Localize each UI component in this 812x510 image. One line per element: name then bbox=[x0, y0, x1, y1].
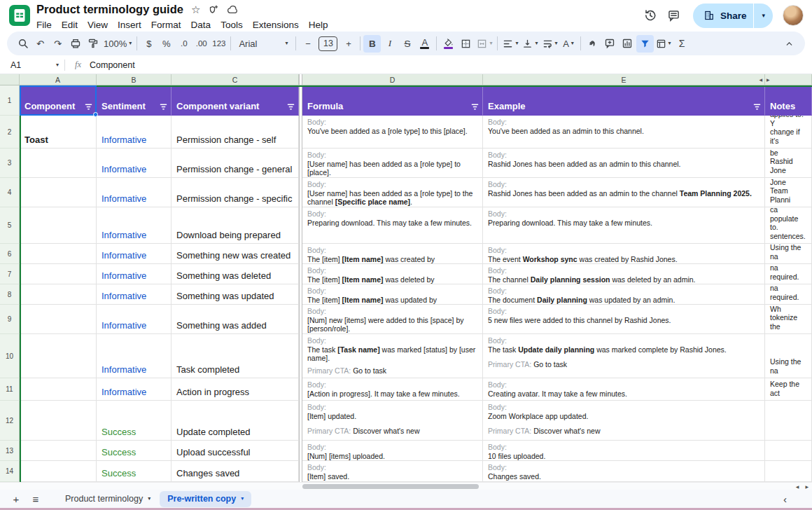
column-header-C[interactable]: C bbox=[172, 74, 299, 85]
add-sheet-button[interactable]: + bbox=[7, 490, 25, 507]
row-header-14[interactable]: 14 bbox=[0, 461, 20, 482]
cell-notes5[interactable]: Let the user take. You ca populate to. s… bbox=[765, 207, 812, 244]
cell-notes14[interactable] bbox=[765, 461, 812, 482]
search-button[interactable] bbox=[14, 35, 31, 53]
row-header-12[interactable]: 12 bbox=[0, 401, 20, 441]
paint-format-button[interactable] bbox=[84, 35, 102, 53]
horizontal-align-button[interactable]: ▾ bbox=[500, 35, 520, 53]
cell-d4[interactable]: Body:[User name] has been added as a [ro… bbox=[302, 178, 483, 207]
version-history-button[interactable] bbox=[640, 5, 661, 26]
sheets-logo-icon[interactable] bbox=[8, 4, 31, 27]
merge-cells-button[interactable]: ▾ bbox=[475, 35, 494, 53]
filter-icon[interactable] bbox=[160, 103, 167, 111]
bold-button[interactable]: B bbox=[363, 35, 381, 53]
text-wrap-button[interactable]: ▾ bbox=[540, 35, 560, 53]
cell-b14[interactable]: Success bbox=[97, 461, 172, 482]
cell-d10[interactable]: Body:The task [Task name] was marked [st… bbox=[302, 334, 483, 378]
column-header-A[interactable]: A bbox=[20, 74, 97, 85]
menu-edit[interactable]: Edit bbox=[57, 19, 83, 31]
cell-d14[interactable]: Body:[Item] saved. bbox=[302, 461, 483, 482]
menu-extensions[interactable]: Extensions bbox=[248, 19, 304, 31]
cell-notes3[interactable]: Role can be Rashid Jone bbox=[765, 149, 812, 178]
cell-d8[interactable]: Body:The [item] [Item name] was updated … bbox=[302, 284, 483, 305]
row-header-1[interactable]: 1 bbox=[0, 85, 20, 116]
cell-e10[interactable]: Body:The task Update daily planning was … bbox=[483, 334, 765, 378]
filter-views-button[interactable]: ▾ bbox=[654, 35, 673, 53]
cell-b2[interactable]: Informative bbox=[97, 116, 172, 149]
cell-e2[interactable]: Body:You've been added as an admin to th… bbox=[483, 116, 765, 149]
row-header-6[interactable]: 6 bbox=[0, 244, 20, 264]
cell-d12[interactable]: Body:[Item] updated.Primary CTA: Discove… bbox=[302, 401, 483, 441]
cell-e13[interactable]: Body:10 files uploaded. bbox=[483, 441, 765, 461]
insert-comment-button[interactable] bbox=[601, 35, 619, 53]
cell-e4[interactable]: Body:Rashid Jones has been added as an a… bbox=[483, 178, 765, 207]
cell-d9[interactable]: Body:[Num] new [items] were added to thi… bbox=[302, 305, 483, 334]
undo-button[interactable]: ↶ bbox=[31, 35, 49, 53]
filter-icon[interactable] bbox=[471, 103, 479, 111]
cell-notes4[interactable]: Role can be Rashid Jone Team Planni bbox=[765, 178, 812, 207]
horizontal-scrollbar-thumb[interactable] bbox=[302, 484, 479, 489]
font-size-input[interactable]: 13 bbox=[318, 36, 337, 51]
functions-button[interactable]: Σ bbox=[673, 35, 691, 53]
cell-c3[interactable]: Permission change - general bbox=[172, 149, 299, 178]
row-header-8[interactable]: 8 bbox=[0, 284, 20, 305]
label-icon[interactable] bbox=[208, 4, 219, 15]
cell-b13[interactable]: Success bbox=[97, 441, 172, 461]
header-cell-notes[interactable]: Notes bbox=[765, 85, 812, 116]
cell-b4[interactable]: Informative bbox=[97, 178, 172, 207]
menu-file[interactable]: File bbox=[31, 19, 57, 31]
italic-button[interactable]: I bbox=[381, 35, 398, 53]
cell-a13[interactable] bbox=[20, 441, 97, 461]
comments-button[interactable] bbox=[664, 5, 685, 26]
collapse-toolbar-button[interactable] bbox=[780, 35, 798, 53]
column-header-E[interactable]: E◀ bbox=[483, 74, 765, 85]
menu-help[interactable]: Help bbox=[304, 19, 333, 31]
avatar[interactable] bbox=[783, 5, 804, 26]
cell-c6[interactable]: Something new was created bbox=[172, 244, 299, 264]
scroll-right-icon[interactable]: ▶ bbox=[805, 484, 808, 489]
cell-c13[interactable]: Upload successful bbox=[172, 441, 299, 461]
cell-a10[interactable] bbox=[20, 334, 97, 378]
row-header-10[interactable]: 10 bbox=[0, 334, 20, 378]
cell-d13[interactable]: Body:[Num] [items] uploaded. bbox=[302, 441, 483, 461]
cell-c12[interactable]: Update completed bbox=[172, 401, 299, 441]
side-panel-toggle-button[interactable]: ‹ bbox=[783, 493, 805, 505]
cell-notes7[interactable]: Using the na required. bbox=[765, 264, 812, 284]
decrease-font-size-button[interactable]: − bbox=[299, 35, 316, 53]
star-icon[interactable]: ☆ bbox=[191, 5, 200, 15]
menu-tools[interactable]: Tools bbox=[216, 19, 248, 31]
borders-button[interactable] bbox=[457, 35, 475, 53]
cloud-status-icon[interactable] bbox=[227, 4, 239, 15]
cell-e12[interactable]: Body:Zoom Workplace app updated.Primary … bbox=[483, 401, 765, 441]
cell-c2[interactable]: Permission change - self bbox=[172, 116, 299, 149]
cell-b3[interactable]: Informative bbox=[97, 149, 172, 178]
row-header-3[interactable]: 3 bbox=[0, 149, 20, 178]
select-all-corner[interactable] bbox=[0, 74, 20, 85]
sheet-tab-product-terminology[interactable]: Product terminology▾ bbox=[57, 491, 158, 507]
cell-notes8[interactable]: Using the na required. bbox=[765, 284, 812, 305]
cell-a4[interactable] bbox=[20, 178, 97, 207]
insert-chart-button[interactable] bbox=[619, 35, 636, 53]
cell-a7[interactable] bbox=[20, 264, 97, 284]
cell-b9[interactable]: Informative bbox=[97, 305, 172, 334]
increase-decimal-button[interactable]: .00 bbox=[192, 35, 210, 53]
cell-b5[interactable]: Informative bbox=[97, 207, 172, 244]
cell-b10[interactable]: Informative bbox=[97, 334, 172, 378]
cell-e11[interactable]: Body:Creating avatar. It may take a few … bbox=[483, 378, 765, 401]
cell-d7[interactable]: Body:The [item] [Item name] was deleted … bbox=[302, 264, 483, 284]
cell-a3[interactable] bbox=[20, 149, 97, 178]
scroll-left-icon[interactable]: ◀ bbox=[796, 484, 799, 489]
format-percent-button[interactable]: % bbox=[158, 35, 175, 53]
column-header-notes[interactable]: ▶ bbox=[765, 74, 812, 85]
header-cell-e[interactable]: Example bbox=[483, 85, 765, 116]
menu-insert[interactable]: Insert bbox=[113, 19, 146, 31]
row-header-9[interactable]: 9 bbox=[0, 305, 20, 334]
cell-d5[interactable]: Body:Preparing download. This may take a… bbox=[302, 207, 483, 244]
cell-b7[interactable]: Informative bbox=[97, 264, 172, 284]
cell-b11[interactable]: Informative bbox=[97, 378, 172, 401]
cell-a8[interactable] bbox=[20, 284, 97, 305]
text-color-button[interactable]: A bbox=[416, 35, 433, 53]
cell-b12[interactable]: Success bbox=[97, 401, 172, 441]
text-rotation-button[interactable]: A ▾ bbox=[560, 35, 578, 53]
filter-icon[interactable] bbox=[287, 103, 295, 111]
